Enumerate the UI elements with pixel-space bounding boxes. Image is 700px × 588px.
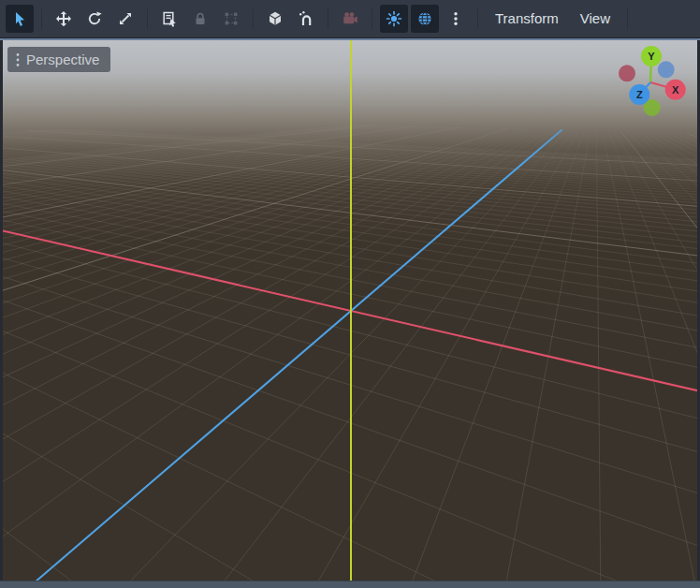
move-cross-icon bbox=[55, 10, 72, 27]
list-select-icon bbox=[161, 10, 178, 27]
viewport-toolbar: Transform View bbox=[0, 0, 700, 37]
group-selected-button[interactable] bbox=[217, 5, 245, 33]
list-select-button[interactable] bbox=[155, 5, 183, 33]
sun-icon bbox=[386, 10, 402, 27]
use-local-space-button[interactable] bbox=[261, 5, 289, 33]
gizmo-neg-x-ball[interactable] bbox=[619, 65, 635, 81]
use-snap-button[interactable] bbox=[292, 5, 320, 33]
bottom-panel-edge bbox=[0, 581, 700, 588]
gizmo-y-label: Y bbox=[648, 51, 655, 62]
chip-kebab-icon bbox=[16, 52, 20, 67]
preview-environment-button[interactable] bbox=[411, 5, 439, 33]
rotate-arrow-icon bbox=[86, 10, 103, 27]
transform-menu[interactable]: Transform bbox=[486, 0, 568, 37]
kebab-dots-icon bbox=[447, 10, 464, 27]
magnet-icon bbox=[298, 10, 314, 27]
view-mode-button[interactable]: Perspective bbox=[7, 47, 110, 72]
preview-camera-button[interactable] bbox=[336, 5, 364, 33]
gizmo-x-label: X bbox=[672, 84, 679, 96]
cursor-arrow-icon bbox=[11, 10, 28, 27]
gizmo-neg-z-ball[interactable] bbox=[658, 61, 675, 78]
orientation-gizmo[interactable]: Y X Z bbox=[592, 40, 697, 126]
select-tool-button[interactable] bbox=[6, 5, 34, 33]
view-menu[interactable]: View bbox=[571, 0, 620, 37]
view-mode-label: Perspective bbox=[26, 51, 99, 67]
toolbar-separator bbox=[627, 8, 628, 29]
z-axis-line bbox=[3, 129, 562, 581]
globe-icon bbox=[416, 10, 433, 27]
extra-options-button[interactable] bbox=[442, 5, 470, 33]
rotate-tool-button[interactable] bbox=[80, 5, 109, 33]
toolbar-separator bbox=[477, 8, 478, 29]
3d-viewport[interactable]: Perspective Y X Z bbox=[3, 40, 697, 581]
toolbar-separator bbox=[253, 8, 254, 29]
lock-selected-button[interactable] bbox=[186, 5, 214, 33]
lock-icon bbox=[192, 10, 209, 27]
move-tool-button[interactable] bbox=[50, 5, 78, 33]
toolbar-separator bbox=[372, 8, 372, 29]
preview-sunlight-button[interactable] bbox=[380, 5, 408, 33]
toolbar-separator bbox=[147, 8, 148, 29]
camera-icon bbox=[342, 10, 358, 27]
gizmo-z-label: Z bbox=[636, 89, 643, 100]
godot-3d-editor-window: Transform View bbox=[0, 0, 700, 588]
group-icon bbox=[223, 10, 240, 27]
toolbar-separator bbox=[41, 8, 42, 29]
scale-arrows-icon bbox=[117, 10, 134, 27]
cube-icon bbox=[267, 10, 284, 27]
toolbar-separator bbox=[328, 8, 328, 29]
scale-tool-button[interactable] bbox=[111, 5, 139, 33]
